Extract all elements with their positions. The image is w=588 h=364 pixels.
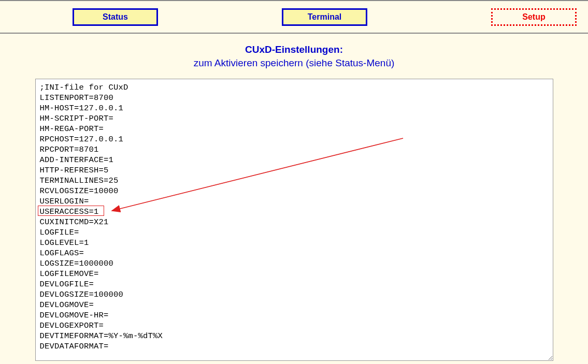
heading-title: CUxD-Einstellungen: [0, 43, 588, 56]
setup-button[interactable]: Setup [491, 8, 577, 26]
page-heading: CUxD-Einstellungen: zum Aktivieren speic… [0, 43, 588, 69]
terminal-button[interactable]: Terminal [282, 8, 367, 26]
nav-bar: Status Terminal Setup [0, 1, 588, 34]
editor-container [35, 79, 553, 363]
ini-editor[interactable] [35, 79, 553, 361]
status-button[interactable]: Status [73, 8, 158, 26]
heading-subtitle: zum Aktivieren speichern (siehe Status-M… [0, 56, 588, 70]
